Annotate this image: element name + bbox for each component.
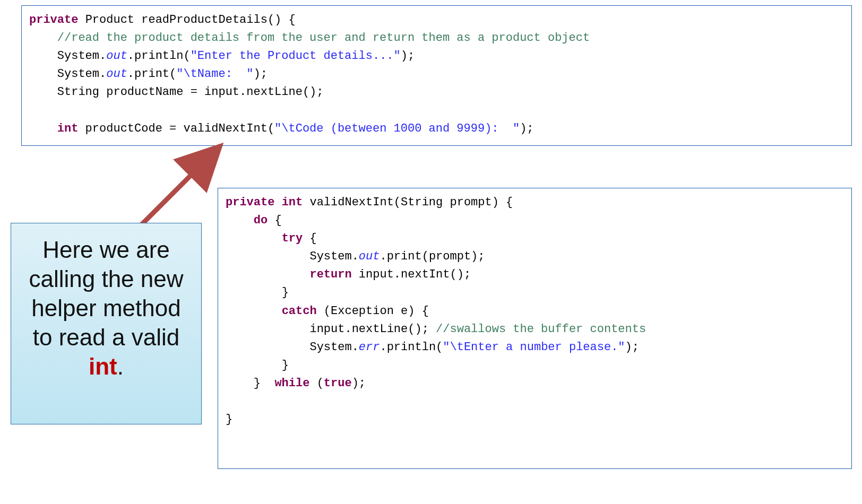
comment-line: //read the product details from the user… — [57, 31, 590, 45]
code-text: ( — [309, 377, 323, 390]
callout-text: . — [117, 353, 124, 379]
code-text: input.nextLine(); — [309, 323, 436, 336]
type-string: String — [57, 85, 99, 99]
code-text: .print( — [127, 67, 176, 81]
comment-line: //swallows the buffer contents — [436, 323, 646, 336]
code-text: { — [268, 214, 281, 227]
callout-line: Here we are — [19, 235, 194, 264]
code-text: ); — [352, 377, 366, 390]
code-text: System. — [57, 67, 106, 81]
code-text: } — [282, 286, 289, 299]
code-text: } — [282, 359, 289, 372]
code-text: .println( — [127, 49, 191, 63]
static-field-err: err — [359, 341, 380, 354]
code-text: } — [226, 413, 232, 426]
static-field-out: out — [106, 49, 127, 63]
callout-line: calling the new — [19, 264, 194, 293]
callout-line: int. — [19, 352, 194, 381]
code-block-readproductdetails: private Product readProductDetails() { /… — [21, 5, 852, 146]
keyword-while: while — [274, 377, 309, 390]
svg-line-0 — [138, 146, 220, 228]
code-text: productCode = validNextInt( — [78, 122, 274, 135]
string-literal: "\tEnter a number please." — [443, 341, 625, 354]
code-block-validnextint: private int validNextInt(String prompt) … — [218, 188, 852, 469]
code-text: ); — [520, 122, 533, 135]
string-literal: "\tName: " — [176, 67, 253, 81]
keyword-int: int — [57, 122, 79, 135]
keyword-private: private — [226, 196, 274, 209]
static-field-out: out — [359, 250, 380, 263]
callout-line: to read a valid — [19, 323, 194, 352]
callout-box: Here we are calling the new helper metho… — [11, 223, 202, 424]
keyword-true: true — [324, 377, 352, 390]
keyword-private: private — [29, 13, 78, 27]
string-literal: "\tCode (between 1000 and 9999): " — [274, 122, 520, 135]
code-text: ); — [254, 67, 268, 81]
code-text: .println( — [380, 341, 443, 354]
code-text: () { — [268, 13, 296, 27]
method-signature: validNextInt(String prompt) { — [303, 196, 513, 209]
code-text: input.nextInt(); — [352, 268, 471, 281]
type-product: Product — [85, 13, 134, 27]
keyword-try: try — [282, 232, 303, 245]
callout-accent-word: int — [89, 353, 117, 379]
code-text: .print(prompt); — [380, 250, 485, 263]
keyword-catch: catch — [282, 305, 317, 318]
code-text: System. — [309, 341, 358, 354]
code-text: ); — [401, 49, 415, 63]
callout-line: helper method — [19, 293, 194, 323]
code-text: { — [303, 232, 316, 245]
code-text: } — [254, 377, 261, 390]
code-text: productName = input.nextLine(); — [99, 85, 323, 99]
code-text: (Exception e) { — [317, 305, 429, 318]
keyword-return: return — [309, 268, 351, 281]
keyword-int: int — [282, 196, 303, 209]
string-literal: "Enter the Product details..." — [191, 49, 401, 63]
method-name: readProductDetails — [141, 13, 268, 27]
code-text: System. — [309, 250, 358, 263]
code-text: System. — [57, 49, 106, 63]
static-field-out: out — [106, 67, 127, 81]
keyword-do: do — [254, 214, 268, 227]
code-text: ); — [625, 341, 639, 354]
